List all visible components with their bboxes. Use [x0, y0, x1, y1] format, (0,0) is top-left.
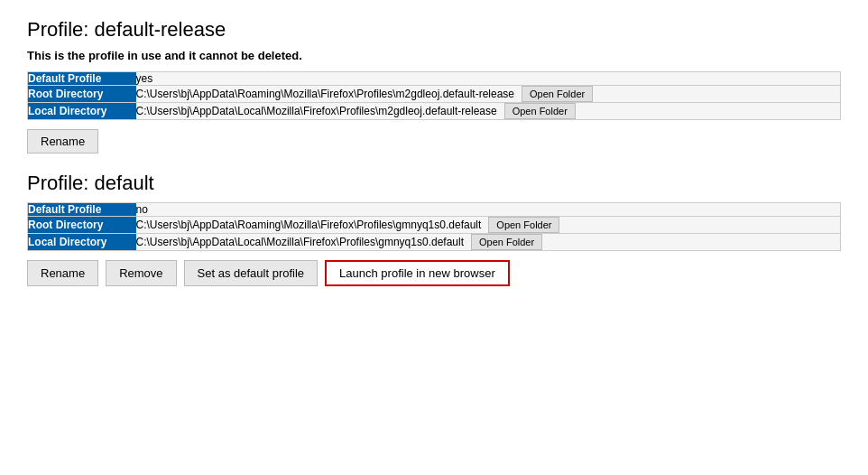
profile1-value-text-0: yes [136, 72, 153, 85]
profile2-label-1: Root Directory [28, 217, 136, 234]
profile2-action-btn-0[interactable]: Rename [27, 260, 98, 286]
profile2-value-0: no [136, 203, 841, 217]
profile1-label-1: Root Directory [28, 86, 136, 103]
table-row: Root DirectoryC:\Users\bj\AppData\Roamin… [28, 86, 841, 103]
profile2-action-btn-3[interactable]: Launch profile in new browser [325, 260, 510, 286]
profile1-title: Profile: default-release [27, 18, 841, 42]
open-folder-button-profile1-2[interactable]: Open Folder [504, 103, 576, 119]
open-folder-button-profile2-2[interactable]: Open Folder [471, 234, 542, 250]
profile2-value-2: C:\Users\bj\AppData\Local\Mozilla\Firefo… [136, 234, 841, 251]
profile2-value-text-1: C:\Users\bj\AppData\Roaming\Mozilla\Fire… [136, 219, 482, 231]
profile2-value-text-2: C:\Users\bj\AppData\Local\Mozilla\Firefo… [136, 236, 465, 248]
profile1-label-2: Local Directory [28, 103, 136, 120]
profile2-table: Default ProfilenoRoot DirectoryC:\Users\… [27, 202, 841, 251]
profile1-label-0: Default Profile [28, 72, 136, 86]
profile2-label-0: Default Profile [28, 203, 136, 217]
table-row: Default Profileyes [28, 72, 841, 86]
profile2-title: Profile: default [27, 172, 841, 195]
profile1-value-text-1: C:\Users\bj\AppData\Roaming\Mozilla\Fire… [136, 88, 515, 100]
table-row: Local DirectoryC:\Users\bj\AppData\Local… [28, 103, 841, 120]
profile2-action-btn-2[interactable]: Set as default profile [184, 260, 319, 286]
profile1-table: Default ProfileyesRoot DirectoryC:\Users… [27, 71, 841, 120]
open-folder-button-profile2-1[interactable]: Open Folder [488, 217, 559, 233]
table-row: Default Profileno [28, 203, 841, 217]
profile1-value-2: C:\Users\bj\AppData\Local\Mozilla\Firefo… [136, 103, 841, 120]
profile1-warning: This is the profile in use and it cannot… [27, 49, 841, 62]
profile2-value-1: C:\Users\bj\AppData\Roaming\Mozilla\Fire… [136, 217, 841, 234]
profile2-action-btn-1[interactable]: Remove [106, 260, 176, 286]
profile2-label-2: Local Directory [28, 234, 136, 251]
profile1-section: Profile: default-release This is the pro… [27, 18, 841, 154]
table-row: Local DirectoryC:\Users\bj\AppData\Local… [28, 234, 841, 251]
profile2-section: Profile: default Default ProfilenoRoot D… [27, 172, 841, 286]
profile2-value-text-0: no [136, 203, 148, 216]
profile1-action-btn-0[interactable]: Rename [27, 129, 98, 154]
profile1-value-0: yes [136, 72, 841, 86]
profile1-value-1: C:\Users\bj\AppData\Roaming\Mozilla\Fire… [136, 86, 841, 103]
profile1-actions: Rename [27, 129, 841, 154]
profile1-value-text-2: C:\Users\bj\AppData\Local\Mozilla\Firefo… [136, 105, 497, 117]
profile2-actions: RenameRemoveSet as default profileLaunch… [27, 260, 841, 286]
open-folder-button-profile1-1[interactable]: Open Folder [522, 86, 593, 102]
table-row: Root DirectoryC:\Users\bj\AppData\Roamin… [28, 217, 841, 234]
